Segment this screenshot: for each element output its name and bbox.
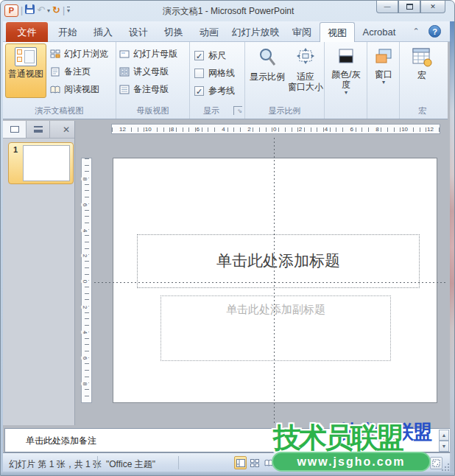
resize-grip[interactable]: [441, 463, 450, 472]
slides-tab-icon: [10, 126, 19, 133]
tab-insert[interactable]: 插入: [85, 22, 121, 42]
slides-tab[interactable]: [3, 121, 27, 138]
h-ruler-label: 0: [272, 126, 277, 133]
group-window: 窗口 ▾: [367, 42, 400, 119]
reading-view-button[interactable]: 阅读视图: [50, 82, 99, 97]
slides-pane: ✕ 1: [3, 121, 75, 425]
slide-canvas[interactable]: 单击此处添加标题 单击此处添加副标题: [113, 158, 437, 403]
h-ruler-label: 6: [196, 126, 200, 133]
slide-master-button[interactable]: 幻灯片母版: [119, 46, 177, 61]
tab-file[interactable]: 文件: [6, 22, 48, 42]
dropdown-arrow-icon: ▾: [328, 90, 364, 96]
color-grayscale-button[interactable]: 颜色/灰度 ▾: [328, 43, 364, 96]
group-master-views: 幻灯片母版 讲义母版 备注母版 母版视图: [116, 42, 190, 119]
horizontal-guide[interactable]: [94, 282, 447, 283]
slides-pane-tabs: ✕: [3, 121, 74, 139]
window-icon: [375, 48, 392, 67]
h-ruler-label: 12: [119, 126, 127, 133]
v-ruler-label: 0: [81, 280, 88, 283]
h-ruler-label: 2: [298, 126, 303, 133]
h-ruler-label: 4: [324, 126, 328, 133]
h-ruler-label: 8: [375, 126, 379, 133]
subtitle-placeholder[interactable]: 单击此处添加副标题: [161, 295, 391, 361]
v-ruler-label: 2: [81, 254, 88, 257]
close-pane-icon[interactable]: ✕: [63, 125, 70, 135]
notes-scroll-down-icon[interactable]: ▼: [439, 441, 449, 452]
dropdown-arrow-icon: ▾: [369, 80, 398, 85]
guides-checkbox[interactable]: ✓: [194, 86, 204, 96]
sorter-small-icon: [250, 459, 259, 467]
v-ruler-label: 4: [81, 228, 88, 231]
window-controls: — ✕: [376, 1, 445, 13]
normal-view-button[interactable]: 普通视图: [5, 43, 46, 98]
slide-sorter-button[interactable]: 幻灯片浏览: [50, 46, 108, 61]
window-button[interactable]: 窗口 ▾: [369, 43, 398, 85]
v-ruler-label: 6: [81, 357, 88, 360]
tab-slideshow[interactable]: 幻灯片放映: [227, 22, 284, 42]
group-label: 显示比例: [245, 105, 324, 116]
tab-acrobat[interactable]: Acrobat: [356, 22, 402, 42]
horizontal-ruler[interactable]: 12108642024681012: [111, 124, 440, 134]
slide-thumbnail-image: [23, 145, 70, 181]
gridlines-checkbox-row[interactable]: 网格线: [194, 66, 235, 80]
notes-scroll-up-icon[interactable]: ▲: [439, 430, 449, 441]
window-border-right: [450, 21, 454, 473]
gridlines-checkbox[interactable]: [194, 69, 204, 78]
ribbon: 普通视图 幻灯片浏览 备注页 阅读视图 演示文稿视图: [3, 42, 448, 119]
ruler-checkbox[interactable]: ✓: [194, 51, 204, 60]
h-ruler-label: 4: [221, 126, 225, 133]
title-placeholder[interactable]: 单击此处添加标题: [137, 234, 420, 288]
tab-transitions[interactable]: 切换: [156, 22, 191, 42]
zoom-button[interactable]: 显示比例: [248, 43, 286, 82]
ribbon-tab-row: 文件 开始 插入 设计 切换 动画 幻灯片放映 审阅 视图 Acrobat ⌃ …: [3, 21, 451, 42]
ruler-checkbox-row[interactable]: ✓ 标尺: [194, 48, 226, 63]
h-ruler-label: 10: [144, 126, 152, 133]
group-zoom: 显示比例 适应 窗口大小 显示比例: [245, 42, 325, 119]
slideshow-small-icon: [278, 459, 287, 467]
status-bar: 幻灯片 第 1 张，共 1 张 "Office 主题": [3, 452, 451, 473]
view-slideshow-button[interactable]: [276, 456, 289, 469]
minimize-button[interactable]: —: [376, 1, 398, 13]
handout-master-icon: [119, 67, 130, 77]
tab-review[interactable]: 审阅: [284, 22, 320, 42]
h-ruler-label: 6: [349, 126, 353, 133]
notes-panel[interactable]: 单击此处添加备注 ▲ ▼: [4, 428, 451, 452]
fit-to-window-button[interactable]: 适应 窗口大小: [288, 43, 323, 92]
notes-page-button[interactable]: 备注页: [50, 64, 91, 79]
vertical-guide[interactable]: [274, 138, 275, 425]
normal-view-icon: [15, 47, 37, 66]
h-ruler-label: 2: [247, 126, 251, 133]
slide-counter: 幻灯片 第 1 张，共 1 张: [9, 458, 102, 471]
normal-view-small-icon: [236, 459, 245, 467]
tab-design[interactable]: 设计: [121, 22, 156, 42]
notes-placeholder[interactable]: 单击此处添加备注: [26, 435, 96, 447]
view-sorter-button[interactable]: [248, 456, 261, 469]
close-button[interactable]: ✕: [420, 1, 445, 13]
group-color-grayscale: 颜色/灰度 ▾: [325, 42, 367, 119]
ribbon-collapse-icon[interactable]: ⌃: [410, 26, 422, 38]
view-reading-button[interactable]: [262, 456, 275, 469]
group-label: 母版视图: [116, 105, 189, 116]
slide-thumbnail[interactable]: 1: [8, 142, 74, 184]
dialog-launcher-icon[interactable]: ⇘: [233, 106, 242, 115]
tab-view[interactable]: 视图: [320, 22, 355, 42]
h-ruler-label: 12: [426, 126, 434, 133]
tab-home[interactable]: 开始: [50, 22, 85, 42]
help-icon[interactable]: ?: [428, 25, 441, 38]
macros-button[interactable]: 宏: [404, 43, 440, 80]
notes-page-icon: [50, 67, 60, 77]
notes-master-button[interactable]: 备注母版: [119, 82, 169, 97]
h-ruler-label: 8: [170, 126, 174, 133]
guides-checkbox-row[interactable]: ✓ 参考线: [194, 83, 235, 98]
theme-name[interactable]: "Office 主题": [106, 458, 155, 471]
maximize-button[interactable]: [398, 1, 420, 13]
handout-master-button[interactable]: 讲义母版: [119, 64, 169, 79]
tab-animations[interactable]: 动画: [191, 22, 227, 42]
group-show: ✓ 标尺 网格线 ✓ 参考线 显示 ⇘: [190, 42, 245, 119]
outline-tab[interactable]: [27, 121, 50, 138]
vertical-ruler[interactable]: 864202468: [81, 158, 92, 403]
group-label: 显示: [190, 105, 233, 116]
client-area: 文件 开始 插入 设计 切换 动画 幻灯片放映 审阅 视图 Acrobat ⌃ …: [3, 21, 451, 473]
slide-master-icon: [119, 49, 130, 59]
view-normal-button[interactable]: [234, 456, 247, 469]
